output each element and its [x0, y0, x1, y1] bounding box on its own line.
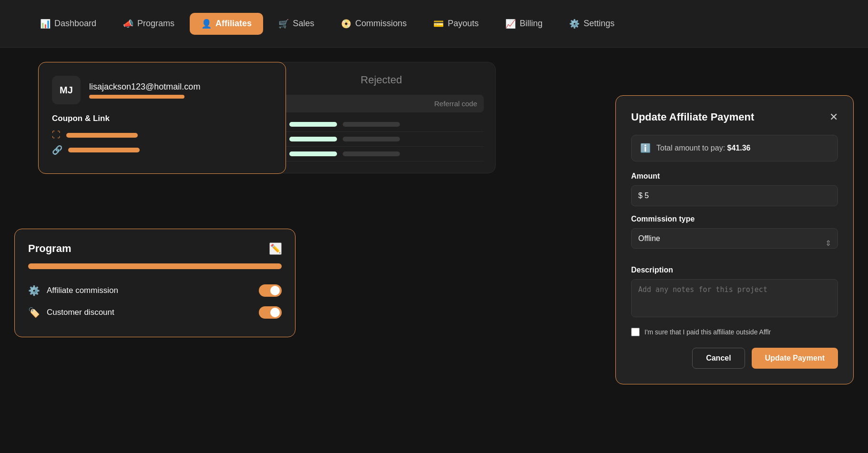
program-card: Program ✏️ ⚙️ Affiliate commission 🏷️ Cu…: [14, 229, 296, 337]
program-bar: [28, 263, 282, 269]
total-amount-box: ℹ️ Total amount to pay: $41.36: [631, 135, 838, 161]
paid-checkbox[interactable]: [631, 328, 640, 336]
checkbox-row: I'm sure that I paid this affiliate outs…: [631, 328, 838, 336]
modal-title: Update Affiliate Payment: [631, 111, 754, 123]
coupon-title: Coupon & Link: [52, 114, 272, 123]
qr-icon: ⛶: [52, 130, 61, 140]
discount-label: Customer discount: [47, 308, 252, 317]
nav-item-commissions[interactable]: 📀 Commissions: [329, 13, 418, 35]
commission-type-label: Commission type: [631, 215, 838, 223]
sales-icon: 🛒: [278, 19, 289, 29]
edit-program-button[interactable]: ✏️: [269, 242, 282, 255]
referral-area: Rejected Referral code: [267, 62, 496, 173]
affiliate-progress-bar: [89, 95, 184, 99]
checkbox-label: I'm sure that I paid this affiliate outs…: [644, 328, 771, 336]
nav-item-sales[interactable]: 🛒 Sales: [267, 13, 326, 35]
coupon-qr-row: ⛶: [52, 130, 272, 140]
amount-label: Amount: [631, 172, 838, 181]
navbar: 📊 Dashboard 📣 Programs 👤 Affiliates 🛒 Sa…: [0, 0, 868, 48]
nav-item-dashboard[interactable]: 📊 Dashboard: [29, 13, 108, 35]
commissions-icon: 📀: [341, 19, 351, 29]
discount-icon: 🏷️: [28, 307, 40, 318]
commission-item: ⚙️ Affiliate commission: [28, 280, 282, 302]
referral-row-1: [279, 117, 484, 132]
affiliate-header: MJ lisajackson123@hotmail.com: [52, 76, 272, 104]
coupon-bar-1: [66, 133, 138, 138]
commission-label: Affiliate commission: [47, 286, 252, 295]
commission-toggle[interactable]: [259, 284, 282, 297]
affiliate-card: MJ lisajackson123@hotmail.com Coupon & L…: [38, 62, 286, 174]
nav-item-payouts[interactable]: 💳 Payouts: [422, 13, 490, 35]
program-title: Program: [28, 242, 71, 255]
main-content: MJ lisajackson123@hotmail.com Coupon & L…: [0, 48, 868, 453]
referral-row-3: [279, 147, 484, 161]
description-textarea[interactable]: [631, 279, 838, 317]
cancel-button[interactable]: Cancel: [692, 348, 745, 369]
affiliate-email: lisajackson123@hotmail.com: [89, 82, 200, 92]
coupon-link-row: 🔗: [52, 145, 272, 155]
discount-item: 🏷️ Customer discount: [28, 302, 282, 323]
modal-footer: Cancel Update Payment: [631, 348, 838, 369]
modal-close-button[interactable]: ✕: [829, 111, 838, 123]
nav-item-billing[interactable]: 📈 Billing: [494, 13, 554, 35]
nav-item-affiliates[interactable]: 👤 Affiliates: [190, 13, 263, 35]
green-pill-1: [289, 122, 337, 127]
green-pill-3: [289, 151, 337, 156]
discount-toggle[interactable]: [259, 306, 282, 319]
coupon-section: Coupon & Link ⛶ 🔗: [52, 114, 272, 155]
update-payment-modal: Update Affiliate Payment ✕ ℹ️ Total amou…: [615, 95, 854, 384]
modal-header: Update Affiliate Payment ✕: [631, 111, 838, 123]
coupon-bar-2: [68, 148, 140, 152]
affiliates-icon: 👤: [201, 19, 212, 29]
nav-item-programs[interactable]: 📣 Programs: [112, 13, 186, 35]
commission-icon: ⚙️: [28, 285, 40, 296]
commission-type-select[interactable]: Offline Online Manual: [631, 228, 838, 249]
payouts-icon: 💳: [433, 19, 444, 29]
update-payment-button[interactable]: Update Payment: [752, 348, 838, 369]
green-pill-2: [289, 137, 337, 141]
referral-row-2: [279, 132, 484, 147]
commission-type-wrapper: Offline Online Manual: [631, 228, 838, 257]
programs-icon: 📣: [123, 19, 133, 29]
nav-item-settings[interactable]: ⚙️ Settings: [558, 13, 626, 35]
total-amount-text: Total amount to pay: $41.36: [656, 144, 750, 152]
billing-icon: 📈: [505, 19, 516, 29]
link-icon: 🔗: [52, 145, 62, 155]
program-header: Program ✏️: [28, 242, 282, 255]
avatar: MJ: [52, 76, 81, 104]
rejected-label: Rejected: [279, 74, 484, 86]
description-label: Description: [631, 266, 838, 274]
gray-pill-1: [343, 122, 400, 127]
settings-icon: ⚙️: [569, 19, 580, 29]
dashboard-icon: 📊: [40, 19, 51, 29]
info-icon: ℹ️: [640, 143, 651, 153]
gray-pill-2: [343, 137, 400, 141]
referral-header-row: Referral code: [279, 95, 484, 112]
gray-pill-3: [343, 151, 400, 156]
amount-input[interactable]: [631, 185, 838, 206]
